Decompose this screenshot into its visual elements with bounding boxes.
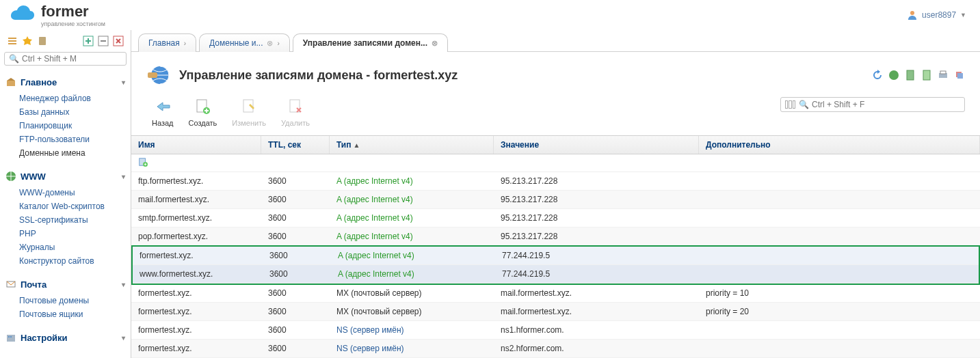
nav-item[interactable]: FTP-пользователи xyxy=(19,133,127,146)
svg-rect-20 xyxy=(940,71,946,74)
table-row[interactable]: formertest.xyz.3600NS (сервер имён)ns2.h… xyxy=(131,340,980,358)
chevron-right-icon: › xyxy=(277,40,279,47)
filter-box[interactable]: 🔍 xyxy=(780,97,965,112)
nav-item[interactable]: Планировщик xyxy=(19,119,127,133)
tabs: Главная›Доменные и...⊗›Управление запися… xyxy=(131,30,980,52)
highlighted-rows: formertest.xyz.3600A (адрес Internet v4)… xyxy=(131,245,980,285)
page-actions xyxy=(872,70,965,81)
star-icon[interactable] xyxy=(22,36,33,46)
grid-header: Имя TTL, сек Тип▲ Значение Дополнительно xyxy=(131,136,980,154)
clipboard-icon[interactable] xyxy=(37,36,48,46)
svg-point-13 xyxy=(10,336,12,338)
search-icon: 🔍 xyxy=(9,54,19,64)
nav-item[interactable]: Базы данных xyxy=(19,105,127,119)
table-row[interactable]: formertest.xyz.3600MX (почтовый сервер)m… xyxy=(131,284,980,303)
toolbar-delete-button: Удалить xyxy=(281,97,310,127)
layers-icon[interactable] xyxy=(954,70,965,81)
create-icon xyxy=(193,97,212,116)
nav-item[interactable]: Конструктор сайтов xyxy=(19,254,127,268)
nav-section-head[interactable]: Главное▾ xyxy=(4,74,127,90)
table-row[interactable]: mail.formertest.xyz.3600A (адрес Interne… xyxy=(131,191,980,209)
nav-section-head[interactable]: Настройки▾ xyxy=(4,329,127,346)
sidebar-search-input[interactable] xyxy=(22,54,122,64)
user-name: user8897 xyxy=(922,10,956,20)
table-row[interactable]: formertest.xyz.3600NS (сервер имён)ns1.h… xyxy=(131,321,980,340)
delete-icon xyxy=(286,97,305,116)
nav-item[interactable]: Журналы xyxy=(19,240,127,254)
table-row[interactable]: formertest.xyz.3600A (адрес Internet v4)… xyxy=(133,247,979,265)
page-title: Управление записями домена - formertest.… xyxy=(179,68,458,83)
svg-rect-18 xyxy=(923,70,930,80)
user-menu[interactable]: user8897 ▼ xyxy=(907,10,972,20)
chevron-right-icon: › xyxy=(184,40,186,47)
nav-section-head[interactable]: WWW▾ xyxy=(4,168,127,184)
col-type[interactable]: Тип▲ xyxy=(330,136,494,154)
search-icon: 🔍 xyxy=(799,100,809,109)
nav-item[interactable]: PHP xyxy=(19,227,127,240)
columns-icon xyxy=(785,100,796,109)
close-icon[interactable]: ⊗ xyxy=(432,39,438,48)
svg-rect-17 xyxy=(907,70,914,80)
print-icon[interactable] xyxy=(938,70,949,81)
close-icon[interactable] xyxy=(113,36,124,46)
doc-icon[interactable] xyxy=(905,70,916,81)
nav-item[interactable]: Почтовые ящики xyxy=(19,307,127,321)
svg-rect-15 xyxy=(148,72,157,78)
col-name[interactable]: Имя xyxy=(131,136,261,154)
user-icon xyxy=(907,10,918,20)
main: Главная›Доменные и...⊗›Управление запися… xyxy=(131,30,980,358)
svg-rect-4 xyxy=(39,37,46,45)
svg-rect-8 xyxy=(7,81,15,86)
nav-item[interactable]: SSL-сертификаты xyxy=(19,213,127,227)
toolbar-create-button[interactable]: Создать xyxy=(189,97,217,127)
new-row-icon[interactable] xyxy=(131,154,980,172)
table-row[interactable]: smtp.formertest.xyz.3600A (адрес Interne… xyxy=(131,209,980,228)
close-icon[interactable]: ⊗ xyxy=(267,39,273,48)
nav-section-head[interactable]: Почта▾ xyxy=(4,276,127,292)
page-header: Управление записями домена - formertest.… xyxy=(131,52,980,94)
top-bar: former управление хостингом user8897 ▼ xyxy=(0,0,980,30)
svg-rect-1 xyxy=(8,38,16,39)
dns-grid: Имя TTL, сек Тип▲ Значение Дополнительно… xyxy=(131,135,980,358)
table-row[interactable]: formertest.xyz.3600MX (почтовый сервер)m… xyxy=(131,303,980,321)
filter-input[interactable] xyxy=(812,100,960,109)
tab[interactable]: Главная› xyxy=(138,33,196,52)
svg-point-12 xyxy=(8,336,10,338)
minus-icon[interactable] xyxy=(98,36,109,46)
logo: former управление хостингом xyxy=(8,3,105,27)
tab[interactable]: Управление записями домен...⊗ xyxy=(293,33,448,52)
globe-small-icon[interactable] xyxy=(888,70,899,81)
cloud-icon xyxy=(8,5,36,25)
list-icon[interactable] xyxy=(7,36,18,46)
svg-rect-11 xyxy=(7,335,15,342)
refresh-icon[interactable] xyxy=(872,70,883,81)
table-row[interactable]: www.formertest.xyz.3600A (адрес Internet… xyxy=(133,265,979,284)
tab[interactable]: Доменные и...⊗› xyxy=(199,33,290,52)
table-row[interactable]: ftp.formertest.xyz.3600A (адрес Internet… xyxy=(131,172,980,191)
nav-item[interactable]: Менеджер файлов xyxy=(19,92,127,105)
nav-item[interactable]: Доменные имена xyxy=(19,146,127,160)
nav-item[interactable]: Каталог Web-скриптов xyxy=(19,199,127,213)
table-row[interactable]: pop.formertest.xyz.3600A (адрес Internet… xyxy=(131,228,980,246)
nav-item[interactable]: Почтовые домены xyxy=(19,294,127,307)
col-ttl[interactable]: TTL, сек xyxy=(261,136,330,154)
globe-icon xyxy=(146,63,171,87)
svg-point-16 xyxy=(889,70,899,80)
col-value[interactable]: Значение xyxy=(494,136,699,154)
sidebar: 🔍 Главное▾Менеджер файловБазы данныхПлан… xyxy=(0,30,131,358)
col-extra[interactable]: Дополнительно xyxy=(699,136,980,154)
doc2-icon[interactable] xyxy=(921,70,932,81)
brand-subtitle: управление хостингом xyxy=(41,20,105,27)
plus-icon[interactable] xyxy=(83,36,94,46)
chevron-down-icon: ▼ xyxy=(960,12,966,18)
toolbar-back-button[interactable]: Назад xyxy=(152,97,174,127)
brand-title: former xyxy=(41,3,105,20)
sort-asc-icon: ▲ xyxy=(354,141,360,149)
svg-rect-2 xyxy=(8,40,16,42)
nav: Главное▾Менеджер файловБазы данныхПланир… xyxy=(4,70,127,346)
sidebar-search[interactable]: 🔍 xyxy=(4,52,127,66)
sidebar-tools xyxy=(4,34,127,48)
edit-icon xyxy=(239,97,259,116)
toolbar-edit-button: Изменить xyxy=(232,97,266,127)
nav-item[interactable]: WWW-домены xyxy=(19,186,127,199)
